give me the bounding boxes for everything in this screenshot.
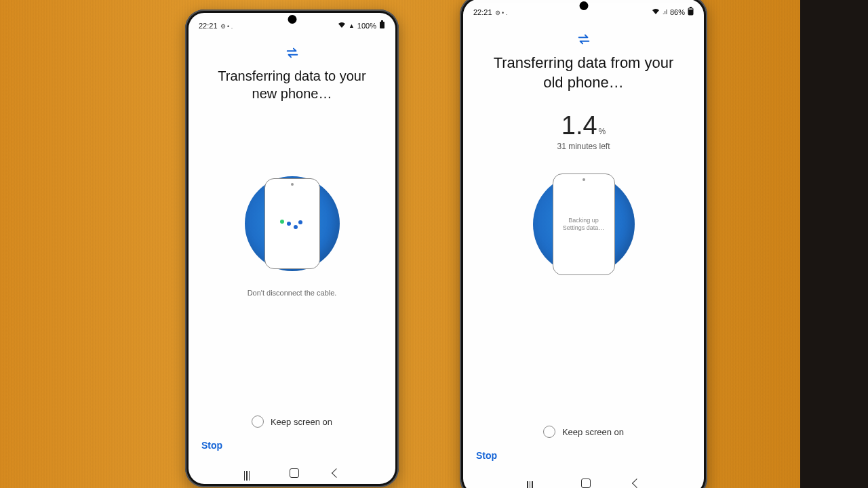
new-phone-screen: 22:21 .ıl 86% Transferring data from you… xyxy=(464,3,703,488)
progress-readout: 1.4% 31 minutes left xyxy=(464,111,703,151)
svg-rect-4 xyxy=(690,7,692,8)
battery-icon xyxy=(688,7,694,17)
front-camera xyxy=(579,1,588,10)
battery-text: 100% xyxy=(357,22,376,30)
nav-home-icon[interactable] xyxy=(581,479,591,488)
keep-screen-on-toggle[interactable]: Keep screen on xyxy=(189,415,395,428)
device-illustration-icon xyxy=(264,178,320,269)
new-phone-device: 22:21 .ıl 86% Transferring data from you… xyxy=(460,0,707,488)
progress-percent-unit: % xyxy=(599,127,606,136)
svg-rect-1 xyxy=(381,20,383,22)
stop-button[interactable]: Stop xyxy=(476,450,497,461)
front-camera xyxy=(288,15,296,24)
transfer-arrows-icon xyxy=(285,45,300,60)
backup-status-line2: Settings data… xyxy=(563,224,605,232)
old-phone-device: 22:21 ▲ 100% Transferring data to your n… xyxy=(185,9,399,487)
battery-text: 86% xyxy=(670,8,685,16)
svg-rect-0 xyxy=(380,22,384,28)
transfer-graphic: Backing up Settings data… xyxy=(523,163,645,285)
android-nav-bar xyxy=(464,479,703,488)
status-indicators-icon xyxy=(220,22,233,30)
transfer-graphic xyxy=(236,167,348,279)
android-nav-bar xyxy=(189,468,395,478)
status-time: 22:21 xyxy=(199,22,218,30)
progress-percent-value: 1.4 xyxy=(561,111,597,140)
page-title: Transferring data from your old phone… xyxy=(464,54,703,92)
transfer-arrows-icon xyxy=(576,32,591,47)
radio-unchecked-icon[interactable] xyxy=(543,426,555,438)
nav-recents-icon[interactable] xyxy=(527,481,538,485)
radio-unchecked-icon[interactable] xyxy=(252,415,264,428)
nav-home-icon[interactable] xyxy=(290,468,299,478)
nav-back-icon[interactable] xyxy=(332,468,341,478)
old-phone-screen: 22:21 ▲ 100% Transferring data to your n… xyxy=(189,16,395,483)
keep-screen-on-label: Keep screen on xyxy=(271,417,332,427)
wifi-icon xyxy=(652,8,660,16)
battery-icon xyxy=(379,20,385,30)
status-time: 22:21 xyxy=(473,8,492,16)
nav-back-icon[interactable] xyxy=(632,479,642,488)
nav-recents-icon[interactable] xyxy=(244,471,255,475)
stop-button[interactable]: Stop xyxy=(201,440,222,451)
hint-text: Don't disconnect the cable. xyxy=(189,289,395,297)
svg-rect-3 xyxy=(688,9,693,15)
wifi-icon xyxy=(338,22,346,30)
backup-status-line1: Backing up xyxy=(568,217,599,225)
loading-dots-icon xyxy=(280,222,304,226)
status-indicators-icon xyxy=(495,8,508,16)
signal-icon: ▲ xyxy=(349,22,355,29)
page-title: Transferring data to your new phone… xyxy=(189,67,395,102)
signal-icon: .ıl xyxy=(663,9,667,16)
device-illustration-icon: Backing up Settings data… xyxy=(553,174,615,275)
keep-screen-on-toggle[interactable]: Keep screen on xyxy=(464,426,703,438)
time-remaining: 31 minutes left xyxy=(464,142,703,151)
keep-screen-on-label: Keep screen on xyxy=(562,427,624,437)
